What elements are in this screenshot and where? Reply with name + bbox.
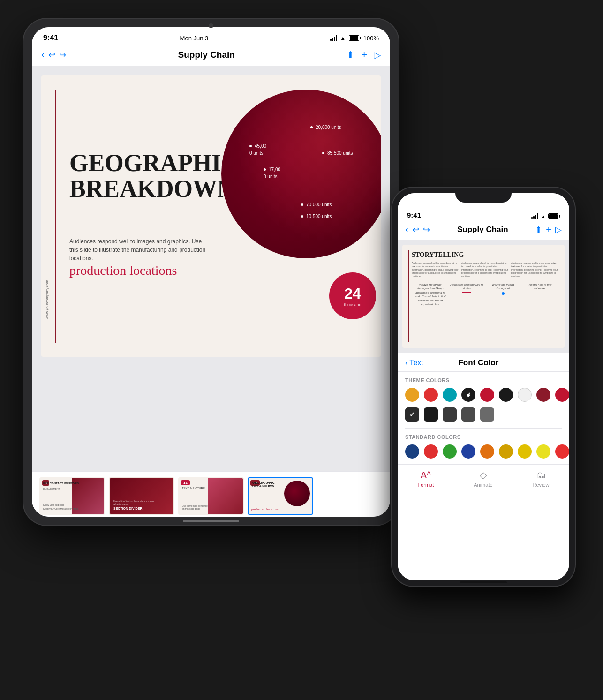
phone-slide[interactable]: STORYTELLING Audiences respond well to m… [402, 245, 565, 348]
color-swatch-red[interactable] [424, 388, 438, 402]
phone-tab-format[interactable]: Aᴬ Format [417, 469, 434, 488]
tablet-status-icons: ▲ 100% [330, 35, 379, 42]
play-button[interactable]: ▷ [374, 49, 381, 60]
phone-tab-review[interactable]: 🗂 Review [532, 470, 549, 488]
slide-cursive: production locations [69, 263, 177, 278]
phone-signal-icon [531, 213, 538, 219]
tablet-status-bar: 9:41 Mon Jun 3 ▲ 100% [32, 27, 390, 46]
color-swatch-sq-selected[interactable]: ✓ [405, 407, 419, 422]
slide-description: Audiences respond well to images and gra… [69, 237, 210, 263]
badge-unit: thousand [344, 302, 361, 307]
phone-add-button[interactable]: + [546, 225, 551, 235]
color-swatch-std-brightyellow[interactable] [536, 444, 550, 459]
tablet-slide-area: GEOGRAPHIC BREAKDOWN Audiences respond w… [32, 66, 390, 471]
color-swatch-std-darkblue[interactable] [405, 444, 419, 459]
phone-share-button[interactable]: ⬆ [535, 225, 542, 235]
panel-back-button[interactable]: ‹ Text [405, 359, 423, 367]
font-color-panel: ‹ Text Font Color THEME COLORS ● [398, 353, 569, 464]
color-swatch-std-blue[interactable] [461, 444, 475, 459]
back-button[interactable]: ‹ [41, 49, 45, 61]
slide-label-1: Weave the thread throughout and keep aud… [414, 283, 447, 306]
color-swatch-black-selected[interactable]: ● [461, 388, 475, 402]
phone-tab-animate[interactable]: ◇ Animate [474, 469, 492, 488]
tablet-time: 9:41 [43, 34, 58, 42]
slide-main[interactable]: GEOGRAPHIC BREAKDOWN Audiences respond w… [41, 75, 381, 357]
phone-bottom-bar: Aᴬ Format ◇ Animate 🗂 Review [398, 464, 569, 497]
data-point-4: 0 units [249, 151, 263, 156]
phone-animate-label: Animate [474, 482, 492, 488]
badge-number: 24 [344, 285, 361, 302]
panel-title: Font Color [423, 358, 534, 368]
color-swatch-teal[interactable] [443, 388, 457, 402]
slide-title: GEOGRAPHIC BREAKDOWN [69, 151, 239, 202]
data-point-3: 45,00 [249, 143, 266, 149]
color-swatch-white[interactable] [518, 388, 532, 402]
data-point-8: 10,500 units [301, 214, 332, 219]
phone-notch [455, 188, 512, 203]
theme-colors-row-1: ● [398, 386, 569, 407]
phone-animate-icon: ◇ [480, 469, 487, 481]
phone-battery-icon [548, 213, 560, 219]
phone-screen: 9:41 ▲ ‹ ↩ ↪ Sup [398, 193, 569, 580]
thumbnail-10[interactable]: 10 Use a bit of text so the audience kno… [109, 477, 174, 515]
theme-colors-label: THEME COLORS [398, 372, 569, 386]
phone-slide-area: STORYTELLING Audiences respond well to m… [398, 240, 569, 353]
phone-play-button[interactable]: ▷ [555, 225, 562, 235]
tablet-camera [209, 23, 213, 28]
color-swatch-maroon[interactable] [536, 388, 550, 402]
color-swatch-std-yellow[interactable] [518, 444, 532, 459]
color-swatch-sq-gray[interactable] [480, 407, 494, 422]
color-swatch-darkred[interactable] [480, 388, 494, 402]
share-button[interactable]: ⬆ [347, 49, 354, 60]
phone-navbar: ‹ ↩ ↪ Supply Chain ⬆ + ▷ [398, 222, 569, 240]
data-point-1: 20,000 units [310, 125, 341, 130]
back-label: Text [409, 359, 423, 367]
thumbnail-12[interactable]: 12 GEOGRAPHICBREAKDOWN production locati… [248, 477, 313, 515]
thumbnail-9[interactable]: 9 EYE CONTACT IMPROVES ENGAGEMENT Know y… [39, 477, 105, 515]
phone-redo-button[interactable]: ↪ [423, 225, 430, 235]
color-swatch-black2[interactable] [499, 388, 513, 402]
color-swatch-sq-darkgray[interactable] [443, 407, 457, 422]
undo-button[interactable]: ↩ [48, 50, 55, 60]
slide-left-bar [55, 90, 56, 343]
color-swatch-std-green[interactable] [443, 444, 457, 459]
color-swatch-orange[interactable] [405, 388, 419, 402]
color-swatch-crimson[interactable] [555, 388, 569, 402]
phone-format-icon: Aᴬ [421, 469, 431, 481]
red-circle-badge: 24 thousand [329, 272, 376, 319]
phone-document-title: Supply Chain [457, 225, 508, 234]
phone: 9:41 ▲ ‹ ↩ ↪ Sup [392, 188, 575, 586]
phone-back-button[interactable]: ‹ [405, 224, 408, 236]
document-title: Supply Chain [66, 50, 347, 60]
slide-heading: GEOGRAPHIC BREAKDOWN [69, 151, 239, 202]
tablet-nav-right: ⬆ + ▷ [347, 49, 381, 61]
slide-globe: 20,000 units 85,500 units 45,00 0 units [221, 90, 381, 258]
redo-button[interactable]: ↪ [59, 50, 66, 60]
phone-status-icons: ▲ [531, 213, 560, 219]
color-swatch-std-orange[interactable] [480, 444, 494, 459]
phone-slide-left-bar [408, 250, 409, 342]
panel-back-row: ‹ Text Font Color [398, 353, 569, 372]
phone-home-bar [460, 581, 507, 583]
phone-nav-right: ⬆ + ▷ [535, 225, 562, 235]
phone-slide-text-cols: Audiences respond well to more descripti… [412, 262, 558, 278]
globe-overlay [221, 90, 381, 258]
standard-colors-row [398, 443, 569, 464]
standard-colors-label: STANDARD COLORS [398, 429, 569, 443]
color-swatch-std-brightred[interactable] [555, 444, 569, 459]
color-swatch-sq-black[interactable] [424, 407, 438, 422]
slide-label-3: Weave the thread throughout [486, 283, 520, 306]
tablet: 9:41 Mon Jun 3 ▲ 100% ‹ [23, 19, 399, 525]
data-point-5: 17,00 [264, 167, 280, 172]
add-button[interactable]: + [361, 49, 367, 61]
phone-undo-button[interactable]: ↩ [412, 225, 419, 235]
color-swatch-std-red[interactable] [424, 444, 438, 459]
color-swatch-std-yelloworange[interactable] [499, 444, 513, 459]
theme-colors-row-2: ✓ [398, 407, 569, 428]
phone-wifi-icon: ▲ [541, 213, 546, 219]
color-swatch-sq-medgray[interactable] [461, 407, 475, 422]
tablet-screen: 9:41 Mon Jun 3 ▲ 100% ‹ [32, 27, 390, 517]
tablet-battery-icon [349, 35, 361, 41]
thumbnail-11[interactable]: 11 TEXT & PICTURE Use some nice sentence… [178, 477, 244, 515]
slide-vertical-text: www.yourcompany.com [45, 280, 49, 319]
